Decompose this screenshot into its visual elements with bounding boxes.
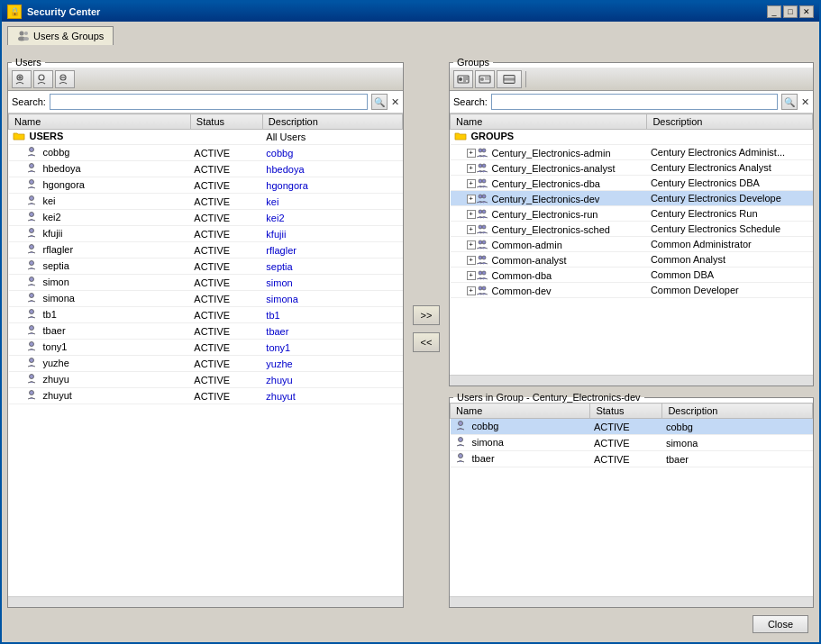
- users-add-button[interactable]: [12, 70, 32, 88]
- table-row[interactable]: USERS All Users: [9, 130, 403, 145]
- svg-rect-35: [504, 75, 515, 83]
- users-search-bar: Search: 🔍 ✕: [8, 91, 403, 113]
- table-row[interactable]: hbedoya ACTIVE hbedoya: [9, 161, 403, 177]
- users-toolbar: [8, 68, 403, 91]
- expand-toggle[interactable]: +: [467, 179, 476, 188]
- table-row[interactable]: simona ACTIVE simona: [451, 435, 813, 451]
- maximize-button[interactable]: □: [783, 5, 798, 18]
- table-row[interactable]: + Common-analyst Common Analyst: [451, 252, 813, 268]
- groups-members-button[interactable]: [497, 70, 522, 88]
- svg-point-17: [29, 261, 33, 266]
- svg-point-45: [482, 195, 486, 198]
- table-row[interactable]: hgongora ACTIVE hgongora: [9, 177, 403, 194]
- svg-point-56: [479, 286, 482, 290]
- svg-point-27: [459, 77, 462, 81]
- users-panel-label: Users: [12, 57, 45, 68]
- expand-toggle[interactable]: +: [467, 271, 476, 280]
- table-row[interactable]: + Century_Electronics-run Century Electr…: [451, 206, 813, 222]
- remove-from-group-button[interactable]: <<: [413, 332, 440, 352]
- table-row[interactable]: kei ACTIVE kei: [9, 194, 403, 210]
- table-row[interactable]: + Common-admin Common Administrator: [451, 237, 813, 252]
- table-row[interactable]: tony1 ACTIVE tony1: [9, 340, 403, 356]
- table-row[interactable]: + Common-dba Common DBA: [451, 268, 813, 283]
- table-row[interactable]: simon ACTIVE simon: [9, 275, 403, 291]
- title-bar: 🔒 Security Center _ □ ✕: [2, 2, 819, 22]
- svg-point-20: [29, 310, 33, 314]
- expand-toggle[interactable]: +: [467, 225, 476, 234]
- bottom-bar: Close: [7, 612, 814, 637]
- expand-toggle[interactable]: +: [467, 149, 476, 158]
- table-row[interactable]: tbaer ACTIVE tbaer: [451, 451, 813, 467]
- minimize-button[interactable]: _: [767, 5, 781, 18]
- svg-point-32: [480, 77, 484, 81]
- add-to-group-button[interactable]: >>: [413, 305, 440, 325]
- tab-users-groups[interactable]: Users & Groups: [7, 26, 114, 45]
- svg-point-42: [479, 179, 482, 183]
- expand-toggle[interactable]: +: [467, 195, 476, 204]
- table-row[interactable]: septia ACTIVE septia: [9, 259, 403, 275]
- expand-toggle[interactable]: +: [467, 256, 476, 265]
- table-row[interactable]: tbaer ACTIVE tbaer: [9, 323, 403, 340]
- table-row[interactable]: kei2 ACTIVE kei2: [9, 210, 403, 226]
- table-row[interactable]: tb1 ACTIVE tb1: [9, 307, 403, 323]
- users-delete-button[interactable]: [55, 70, 75, 88]
- table-row[interactable]: + Century_Electronics-sched Century Elec…: [451, 222, 813, 237]
- close-button[interactable]: Close: [753, 615, 808, 633]
- table-row[interactable]: zhuyut ACTIVE zhuyut: [9, 388, 403, 404]
- users-col-name: Name: [9, 114, 191, 130]
- svg-point-41: [482, 164, 486, 168]
- users-scrollbar-h[interactable]: [8, 596, 403, 607]
- svg-point-3: [23, 37, 29, 41]
- table-row[interactable]: kfujii ACTIVE kfujii: [9, 226, 403, 242]
- users-table-container: Name Status Description USERS All Users …: [8, 113, 403, 596]
- svg-point-2: [24, 32, 28, 35]
- svg-point-16: [29, 245, 33, 249]
- table-row[interactable]: yuzhe ACTIVE yuzhe: [9, 356, 403, 372]
- table-row[interactable]: + Common-dev Common Developer: [451, 283, 813, 298]
- window-icon: 🔒: [7, 5, 22, 19]
- table-row[interactable]: cobbg ACTIVE cobbg: [9, 145, 403, 161]
- expand-toggle[interactable]: +: [467, 164, 476, 173]
- svg-point-52: [479, 256, 482, 259]
- users-edit-button[interactable]: [33, 70, 53, 88]
- group-members-icon: [503, 73, 515, 86]
- table-row[interactable]: simona ACTIVE simona: [9, 291, 403, 307]
- table-row[interactable]: + Century_Electronics-admin Century Elec…: [451, 145, 813, 160]
- table-row[interactable]: + Century_Electronics-dba Century Electr…: [451, 176, 813, 191]
- svg-point-55: [482, 271, 486, 275]
- groups-add-button[interactable]: [453, 70, 473, 88]
- ug-scrollbar-h[interactable]: [450, 596, 813, 607]
- svg-point-43: [482, 179, 486, 183]
- ug-col-desc: Description: [662, 404, 813, 419]
- groups-search-input[interactable]: [491, 94, 778, 110]
- expand-toggle[interactable]: +: [467, 240, 476, 249]
- groups-table-container: Name Description GROUPS + Century_Electr…: [450, 113, 813, 375]
- svg-point-7: [39, 75, 44, 80]
- table-row[interactable]: rflagler ACTIVE rflagler: [9, 242, 403, 259]
- groups-table: Name Description GROUPS + Century_Electr…: [450, 113, 813, 298]
- users-search-button[interactable]: 🔍: [371, 94, 388, 110]
- middle-buttons: >> <<: [409, 50, 443, 608]
- svg-point-54: [479, 271, 482, 275]
- table-row[interactable]: + Century_Electronics-dev Century Electr…: [451, 191, 813, 206]
- users-search-input[interactable]: [50, 94, 368, 110]
- users-col-status: Status: [190, 114, 262, 130]
- groups-scrollbar-h[interactable]: [450, 375, 813, 385]
- users-search-clear[interactable]: ✕: [391, 96, 399, 108]
- groups-search-clear[interactable]: ✕: [801, 96, 809, 108]
- users-in-group-table: Name Status Description cobbg ACTIVE cob…: [450, 403, 813, 467]
- users-section: Users: [7, 57, 404, 608]
- table-row[interactable]: cobbg ACTIVE cobbg: [451, 419, 813, 435]
- groups-edit-button[interactable]: [475, 70, 495, 88]
- svg-point-13: [29, 196, 33, 201]
- expand-toggle[interactable]: +: [467, 210, 476, 219]
- svg-point-38: [479, 149, 482, 152]
- table-row[interactable]: zhuyu ACTIVE zhuyu: [9, 372, 403, 388]
- close-window-button[interactable]: ✕: [799, 5, 814, 18]
- add-group-icon: [457, 73, 470, 86]
- groups-search-button[interactable]: 🔍: [781, 94, 798, 110]
- table-row[interactable]: GROUPS: [451, 130, 813, 145]
- svg-point-14: [29, 213, 33, 217]
- expand-toggle[interactable]: +: [467, 286, 476, 295]
- table-row[interactable]: + Century_Electronics-analyst Century El…: [451, 160, 813, 176]
